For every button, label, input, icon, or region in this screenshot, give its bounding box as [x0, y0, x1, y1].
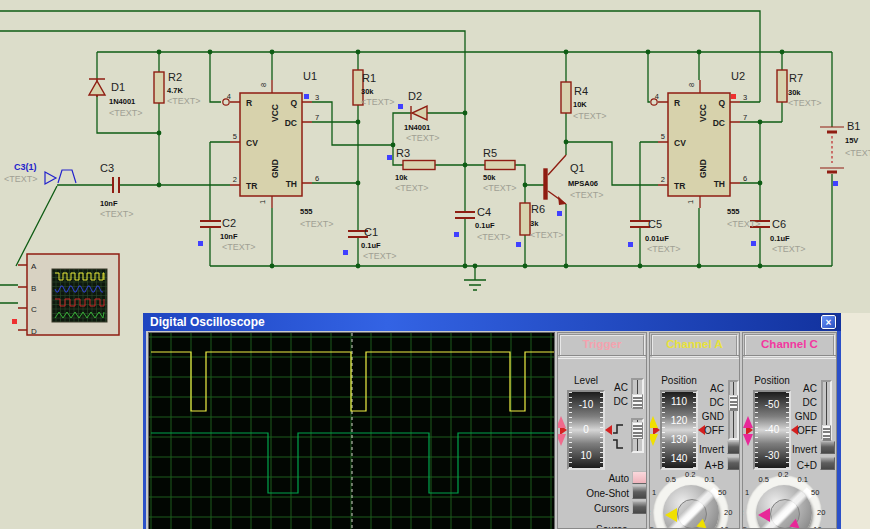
svg-text:10k: 10k — [395, 173, 408, 182]
pin-number: 7 — [315, 113, 319, 122]
pin-number: 5 — [233, 132, 237, 141]
miniscope-ch-label: C — [31, 305, 37, 314]
resistor-R2[interactable] — [154, 72, 164, 103]
ic-U2-555[interactable]: R CV TR Q DC TH VCC GND 4 5 2 3 7 6 8 1 — [651, 80, 747, 208]
svg-text:1N4001: 1N4001 — [109, 97, 135, 106]
diode-D2[interactable] — [411, 106, 427, 120]
svg-text:50k: 50k — [483, 173, 496, 182]
knob-scale-label: 0.5 — [759, 475, 769, 484]
capacitor-C4[interactable] — [455, 212, 475, 218]
svg-text:<TEXT>: <TEXT> — [845, 148, 870, 158]
knob-scale-label: 0.2 — [685, 470, 695, 479]
position-adjust-arrows[interactable] — [649, 416, 658, 446]
divider — [650, 355, 739, 359]
capacitor-C2[interactable] — [200, 221, 221, 227]
cursors-label: Cursors — [569, 503, 629, 514]
window-titlebar[interactable]: Digital Oscilloscope × — [143, 313, 841, 331]
channel-c-mode-toggle[interactable] — [821, 380, 832, 440]
trigger-coupling-toggle[interactable] — [631, 378, 644, 409]
position-adjust-arrows[interactable] — [743, 416, 753, 446]
scope-display — [148, 332, 555, 529]
resistor-R7[interactable] — [777, 70, 787, 102]
svg-text:<TEXT>: <TEXT> — [788, 98, 822, 108]
svg-text:C1: C1 — [364, 226, 378, 238]
svg-text:U1: U1 — [303, 70, 317, 82]
miniscope-ch-label: A — [31, 262, 37, 271]
svg-text:C5: C5 — [648, 218, 662, 230]
svg-text:<TEXT>: <TEXT> — [300, 219, 334, 229]
one-shot-button[interactable] — [632, 486, 647, 499]
auto-button[interactable] — [632, 471, 647, 484]
ic-pin-label: VCC — [270, 104, 280, 122]
svg-text:0.1uF: 0.1uF — [475, 221, 495, 230]
pin-number: 7 — [743, 113, 747, 122]
channel-c-invert-button[interactable] — [820, 441, 835, 454]
svg-text:<TEXT>: <TEXT> — [530, 230, 564, 240]
svg-text:15V: 15V — [845, 136, 858, 145]
list-item: OFF — [704, 424, 724, 438]
channel-a-invert-button[interactable] — [727, 441, 740, 454]
resistor-R4[interactable] — [561, 82, 571, 113]
channel-c-sum-button[interactable] — [820, 457, 835, 470]
list-item: GND — [702, 410, 724, 424]
svg-text:30k: 30k — [788, 88, 801, 97]
diode-D1[interactable] — [89, 79, 105, 97]
svg-text:0.01uF: 0.01uF — [645, 234, 669, 243]
battery-B1[interactable] — [820, 127, 844, 172]
resistor-R5[interactable] — [485, 161, 515, 170]
ic-pin-label: GND — [698, 159, 708, 178]
ic-pin-label: GND — [270, 159, 280, 178]
list-item: AC — [614, 381, 628, 395]
miniscope-component[interactable]: A B C D — [18, 254, 119, 336]
ic-pin-label: Q — [718, 98, 725, 108]
svg-text:555: 555 — [727, 207, 740, 216]
resistor-R6[interactable] — [520, 203, 530, 235]
svg-text:555: 555 — [300, 207, 313, 216]
svg-text:C2: C2 — [222, 217, 236, 229]
resistor-R3[interactable] — [403, 161, 435, 170]
channel-a-sum-button[interactable] — [727, 457, 740, 470]
channel-a-gain-knob[interactable]: 0.50.20.1502010521251020 — [650, 477, 732, 529]
ic-pin-label: R — [246, 98, 252, 108]
miniscope-screen — [52, 269, 107, 322]
proteus-workspace: R CV TR Q DC TH VCC GND 4 5 2 3 7 6 8 1 … — [0, 0, 870, 529]
svg-text:D2: D2 — [408, 90, 422, 102]
svg-text:D1: D1 — [111, 81, 125, 93]
svg-text:<TEXT>: <TEXT> — [772, 244, 806, 254]
capacitor-C5[interactable] — [630, 221, 650, 227]
pin-number: 4 — [655, 92, 659, 101]
ic-pin-label: TH — [286, 179, 297, 189]
knob-scale-label: 0.1 — [798, 475, 808, 484]
svg-text:MPSA06: MPSA06 — [568, 179, 598, 188]
window-title: Digital Oscilloscope — [150, 315, 265, 329]
level-adjust-arrows[interactable] — [557, 416, 566, 446]
pin-number: 1 — [258, 200, 267, 204]
pin-number: 8 — [259, 83, 268, 87]
svg-text:0.1uF: 0.1uF — [361, 241, 381, 250]
svg-text:<TEXT>: <TEXT> — [4, 174, 38, 184]
channel-c-gain-knob[interactable]: 0.50.20.1502010521251020 — [743, 477, 825, 529]
svg-text:C3: C3 — [100, 162, 114, 174]
trigger-panel-title: Trigger — [559, 334, 645, 357]
list-item: DC — [803, 396, 817, 410]
knob-scale-label: 5 — [743, 525, 747, 529]
ic-pin-label: DC — [285, 118, 297, 128]
list-item: DC — [614, 395, 628, 409]
svg-text:<TEXT>: <TEXT> — [100, 209, 134, 219]
cursors-button[interactable] — [632, 501, 647, 514]
pin-number: 2 — [233, 175, 237, 184]
knob-scale-label: 20 — [817, 508, 825, 517]
channel-a-mode-toggle[interactable] — [728, 380, 739, 440]
ic-pin-label: R — [674, 98, 680, 108]
generator-C3-1[interactable] — [45, 170, 76, 184]
miniscope-ch-label: B — [31, 284, 36, 293]
capacitor-C3[interactable] — [113, 177, 119, 193]
trigger-edge-toggle[interactable] — [631, 418, 644, 453]
svg-text:R2: R2 — [168, 71, 182, 83]
ic-U1-555[interactable]: R CV TR Q DC TH VCC GND 4 5 2 3 7 6 8 1 — [223, 80, 319, 208]
transistor-Q1[interactable] — [544, 155, 566, 205]
knob-scale-label: 2 — [742, 508, 743, 517]
invert-label: Invert — [757, 444, 817, 455]
rising-edge-icon — [612, 424, 624, 434]
close-button[interactable]: × — [821, 315, 836, 329]
